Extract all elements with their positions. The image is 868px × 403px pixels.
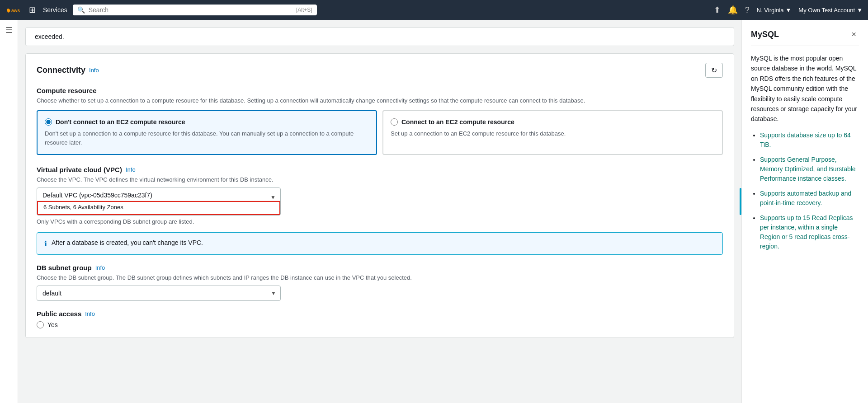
compute-option-ec2-radio[interactable] [391, 118, 398, 126]
subnet-desc: Choose the DB subnet group. The DB subne… [37, 274, 723, 281]
public-access-yes-option[interactable]: Yes [37, 321, 723, 328]
right-panel-header: MySQL × [751, 29, 859, 46]
public-access-yes-label: Yes [47, 321, 58, 328]
region-selector[interactable]: N. Virginia ▼ [757, 7, 792, 14]
cloud-upload-icon[interactable]: ⬆ [714, 5, 721, 15]
compute-resource-label: Compute resource [37, 87, 723, 94]
right-panel-bullet-list: Supports database size up to 64 TiB. Sup… [751, 131, 859, 251]
connectivity-card: Connectivity Info ↻ Compute resource Cho… [25, 53, 734, 338]
subnet-info-link[interactable]: Info [95, 264, 105, 271]
aws-logo[interactable]: aws [5, 2, 22, 18]
compute-option-no-ec2-label: Don't connect to an EC2 compute resource [56, 118, 185, 126]
subnet-select[interactable]: default [37, 286, 281, 301]
warning-card: exceeded. [25, 27, 734, 46]
right-panel-body: MySQL is the most popular open source da… [751, 53, 859, 251]
info-circle-icon: ℹ [44, 239, 47, 248]
right-panel: MySQL × MySQL is the most popular open s… [741, 20, 868, 403]
connectivity-title-group: Connectivity Info [37, 66, 99, 75]
vpc-change-alert-text: After a database is created, you can't c… [52, 239, 203, 246]
public-access-section: Public access Info Yes [37, 310, 723, 328]
vpc-select-sub-value: 6 Subnets, 6 Availability Zones [37, 201, 280, 215]
search-icon: 🔍 [77, 6, 85, 14]
left-sidebar: ☰ [0, 20, 18, 403]
bullet-item-1: Supports database size up to 64 TiB. [760, 131, 859, 150]
exceeded-text: exceeded. [35, 33, 64, 40]
vpc-desc: Choose the VPC. The VPC defines the virt… [37, 176, 723, 183]
vpc-label-row: Virtual private cloud (VPC) Info [37, 166, 723, 173]
vpc-select[interactable]: Default VPC (vpc-05d359cc759ac23f7) 6 Su… [37, 187, 281, 216]
vpc-select-main-value: Default VPC (vpc-05d359cc759ac23f7) [37, 188, 280, 201]
subnet-label-row: DB subnet group Info [37, 264, 723, 272]
bullet-item-2: Supports General Purpose, Memory Optimiz… [760, 155, 859, 183]
account-selector[interactable]: My Own Test Account ▼ [798, 7, 863, 14]
right-panel-description: MySQL is the most popular open source da… [751, 53, 859, 124]
vpc-select-wrapper: Default VPC (vpc-05d359cc759ac23f7) 6 Su… [37, 187, 281, 216]
hamburger-icon[interactable]: ☰ [5, 25, 13, 35]
services-nav-link[interactable]: Services [43, 6, 67, 14]
vpc-info-link[interactable]: Info [126, 166, 136, 173]
compute-option-no-ec2-desc: Don't set up a connection to a compute r… [45, 129, 369, 147]
compute-option-no-ec2-header: Don't connect to an EC2 compute resource [45, 118, 369, 126]
bell-icon[interactable]: 🔔 [728, 5, 738, 15]
vpc-label: Virtual private cloud (VPC) [37, 166, 122, 173]
compute-option-ec2-desc: Set up a connection to an EC2 compute re… [391, 129, 715, 138]
subnet-label: DB subnet group [37, 264, 92, 272]
public-access-label: Public access [37, 310, 81, 318]
public-access-label-row: Public access Info [37, 310, 723, 318]
search-shortcut: [Alt+S] [296, 7, 312, 13]
bullet-item-4: Supports up to 15 Read Replicas per inst… [760, 213, 859, 251]
public-access-info-link[interactable]: Info [85, 310, 95, 317]
compute-resource-desc: Choose whether to set up a connection to… [37, 97, 723, 104]
compute-option-ec2-label: Connect to an EC2 compute resource [401, 118, 514, 126]
top-navigation: aws ⊞ Services 🔍 [Alt+S] ⬆ 🔔 ? N. Virgin… [0, 0, 868, 20]
bullet-item-3: Supports automated backup and point-in-t… [760, 189, 859, 208]
subnet-select-wrapper: default ▼ [37, 286, 281, 301]
region-chevron-icon: ▼ [785, 7, 791, 14]
compute-option-ec2[interactable]: Connect to an EC2 compute resource Set u… [382, 110, 723, 155]
grid-icon[interactable]: ⊞ [27, 3, 38, 17]
compute-option-no-ec2-radio[interactable] [45, 118, 52, 126]
account-label: My Own Test Account [798, 7, 855, 14]
compute-option-no-ec2[interactable]: Don't connect to an EC2 compute resource… [37, 110, 377, 155]
search-bar[interactable]: 🔍 [Alt+S] [73, 5, 317, 15]
right-panel-close-button[interactable]: × [849, 29, 859, 40]
help-icon[interactable]: ? [745, 5, 750, 15]
region-label: N. Virginia [757, 7, 784, 14]
vpc-change-alert: ℹ After a database is created, you can't… [37, 232, 723, 255]
connectivity-heading: Connectivity [37, 66, 85, 75]
account-chevron-icon: ▼ [857, 7, 863, 14]
right-panel-title: MySQL [751, 30, 779, 39]
refresh-button[interactable]: ↻ [705, 63, 723, 78]
connectivity-header: Connectivity Info ↻ [37, 63, 723, 78]
vpc-section: Virtual private cloud (VPC) Info Choose … [37, 166, 723, 225]
vpc-hint: Only VPCs with a corresponding DB subnet… [37, 218, 723, 225]
compute-options: Don't connect to an EC2 compute resource… [37, 110, 723, 155]
compute-option-ec2-header: Connect to an EC2 compute resource [391, 118, 715, 126]
search-input[interactable] [89, 6, 292, 14]
subnet-section: DB subnet group Info Choose the DB subne… [37, 264, 723, 301]
svg-text:aws: aws [11, 8, 20, 13]
nav-right-section: ⬆ 🔔 ? N. Virginia ▼ My Own Test Account … [714, 5, 863, 15]
connectivity-info-link[interactable]: Info [89, 67, 99, 74]
public-access-yes-radio[interactable] [37, 321, 44, 328]
